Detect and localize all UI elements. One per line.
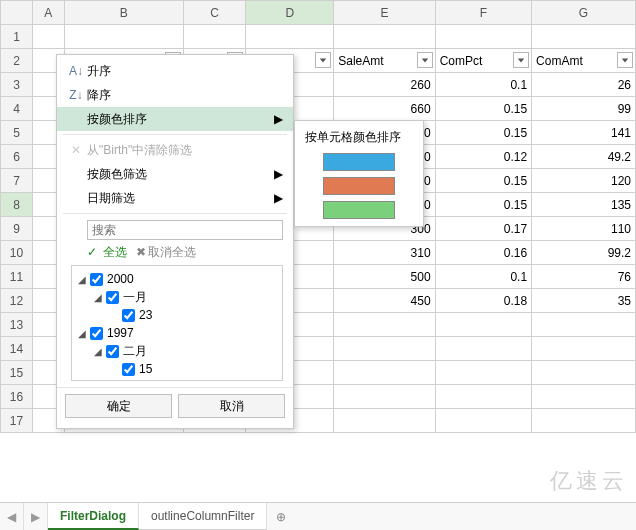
ok-button[interactable]: 确定 (65, 394, 172, 418)
cell[interactable]: 0.15 (435, 169, 531, 193)
submenu-arrow-icon: ▶ (274, 167, 283, 181)
cell[interactable]: 26 (532, 73, 636, 97)
filter-button[interactable] (417, 52, 433, 68)
row-header[interactable]: 6 (1, 145, 33, 169)
row-header[interactable]: 9 (1, 217, 33, 241)
sort-desc-item[interactable]: Z↓ 降序 (57, 83, 293, 107)
row-header[interactable]: 3 (1, 73, 33, 97)
filter-by-color-item[interactable]: 按颜色筛选 ▶ (57, 162, 293, 186)
cell[interactable]: 99 (532, 97, 636, 121)
cell[interactable]: 0.15 (435, 193, 531, 217)
sort-asc-item[interactable]: A↓ 升序 (57, 59, 293, 83)
cell[interactable]: 135 (532, 193, 636, 217)
collapse-icon[interactable]: ◢ (92, 292, 104, 303)
deselect-all-link[interactable]: 取消全选 (148, 245, 196, 259)
col-header-d[interactable]: D (246, 1, 334, 25)
cell[interactable]: 450 (334, 289, 435, 313)
filter-button[interactable] (315, 52, 331, 68)
row-header[interactable]: 2 (1, 49, 33, 73)
cell[interactable]: 35 (532, 289, 636, 313)
search-input[interactable] (87, 220, 283, 240)
color-swatch-blue[interactable] (323, 153, 395, 171)
tree-checkbox[interactable] (106, 381, 119, 382)
select-all-link[interactable]: 全选 (103, 245, 127, 259)
tree-item[interactable]: ◢二月 (76, 342, 278, 360)
color-swatch-green[interactable] (323, 201, 395, 219)
tab-nav-first[interactable]: ◀ (0, 503, 24, 530)
filter-checkbox-tree[interactable]: ◢2000 ◢一月 23 ◢1997 ◢二月 15 ◢四月 01 (71, 265, 283, 381)
sheet-tab[interactable]: outlineColumnFilter (139, 503, 267, 530)
header-compct[interactable]: ComPct (435, 49, 531, 73)
sheet-tab-active[interactable]: FilterDialog (48, 503, 139, 530)
col-header-a[interactable]: A (33, 1, 65, 25)
submenu-arrow-icon: ▶ (274, 191, 283, 205)
row-header[interactable]: 14 (1, 337, 33, 361)
cell[interactable]: 0.15 (435, 121, 531, 145)
cell[interactable]: 120 (532, 169, 636, 193)
x-icon: ✖ (136, 245, 146, 259)
cell[interactable]: 0.15 (435, 97, 531, 121)
cell[interactable]: 76 (532, 265, 636, 289)
row-header[interactable]: 10 (1, 241, 33, 265)
tree-item[interactable]: ◢一月 (76, 288, 278, 306)
tree-item[interactable]: ◢2000 (76, 270, 278, 288)
tree-item[interactable]: 23 (76, 306, 278, 324)
col-header-e[interactable]: E (334, 1, 435, 25)
collapse-icon[interactable]: ◢ (76, 274, 88, 285)
row-header[interactable]: 4 (1, 97, 33, 121)
tree-checkbox[interactable] (106, 345, 119, 358)
col-header-g[interactable]: G (532, 1, 636, 25)
row-header[interactable]: 13 (1, 313, 33, 337)
sort-asc-icon: A↓ (65, 64, 87, 78)
row-header[interactable]: 15 (1, 361, 33, 385)
col-header-f[interactable]: F (435, 1, 531, 25)
color-swatch-orange[interactable] (323, 177, 395, 195)
row-header[interactable]: 5 (1, 121, 33, 145)
row-header[interactable]: 8 (1, 193, 33, 217)
col-header-b[interactable]: B (64, 1, 183, 25)
cell[interactable]: 500 (334, 265, 435, 289)
tree-checkbox[interactable] (90, 273, 103, 286)
cell[interactable]: 660 (334, 97, 435, 121)
row-header[interactable]: 16 (1, 385, 33, 409)
tree-checkbox[interactable] (122, 363, 135, 376)
cell[interactable]: 141 (532, 121, 636, 145)
tree-item[interactable]: ◢四月 (76, 378, 278, 381)
filter-button[interactable] (513, 52, 529, 68)
cell[interactable]: 0.1 (435, 265, 531, 289)
row-header[interactable]: 12 (1, 289, 33, 313)
tree-checkbox[interactable] (106, 291, 119, 304)
cell[interactable]: 0.1 (435, 73, 531, 97)
cell[interactable]: 260 (334, 73, 435, 97)
tree-item[interactable]: ◢1997 (76, 324, 278, 342)
tab-nav-prev[interactable]: ▶ (24, 503, 48, 530)
cell[interactable]: 310 (334, 241, 435, 265)
corner-cell[interactable] (1, 1, 33, 25)
tree-item[interactable]: 15 (76, 360, 278, 378)
cell[interactable]: 0.17 (435, 217, 531, 241)
row-header[interactable]: 7 (1, 169, 33, 193)
col-header-c[interactable]: C (183, 1, 246, 25)
cell[interactable]: 0.12 (435, 145, 531, 169)
clear-filter-label: 从"Birth"中清除筛选 (87, 142, 192, 159)
filter-button[interactable] (617, 52, 633, 68)
cell[interactable]: 0.16 (435, 241, 531, 265)
filter-by-color-label: 按颜色筛选 (87, 166, 147, 183)
row-header[interactable]: 11 (1, 265, 33, 289)
header-saleamt[interactable]: SaleAmt (334, 49, 435, 73)
tree-checkbox[interactable] (90, 327, 103, 340)
cell[interactable]: 99.2 (532, 241, 636, 265)
row-header[interactable]: 1 (1, 25, 33, 49)
add-sheet-button[interactable]: ⊕ (267, 503, 295, 530)
collapse-icon[interactable]: ◢ (76, 328, 88, 339)
cell[interactable]: 49.2 (532, 145, 636, 169)
sort-by-color-item[interactable]: 按颜色排序 ▶ (57, 107, 293, 131)
cell[interactable]: 110 (532, 217, 636, 241)
cell[interactable]: 0.18 (435, 289, 531, 313)
tree-checkbox[interactable] (122, 309, 135, 322)
cancel-button[interactable]: 取消 (178, 394, 285, 418)
collapse-icon[interactable]: ◢ (92, 346, 104, 357)
row-header[interactable]: 17 (1, 409, 33, 433)
date-filter-item[interactable]: 日期筛选 ▶ (57, 186, 293, 210)
header-comamt[interactable]: ComAmt (532, 49, 636, 73)
